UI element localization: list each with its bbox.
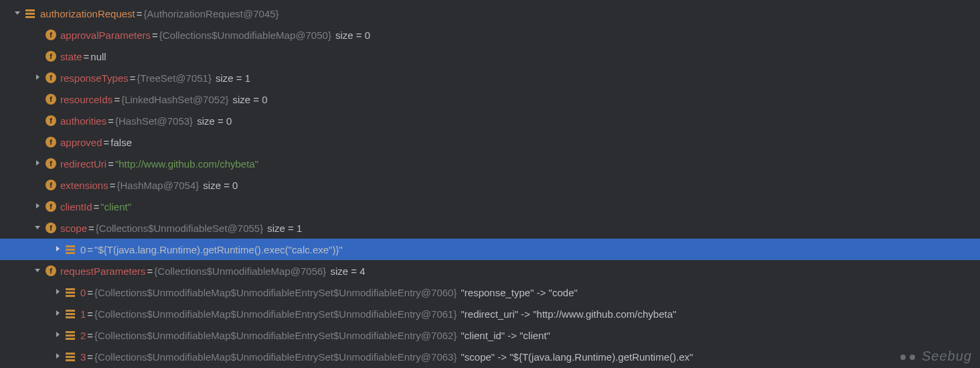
variable-type: {LinkedHashSet@7052} xyxy=(121,94,228,105)
variable-value: null xyxy=(90,51,106,62)
field-icon: f xyxy=(46,72,56,83)
equals-sign: = xyxy=(135,8,144,19)
field-icon: f xyxy=(46,115,56,126)
equals-sign: = xyxy=(102,137,111,148)
field-icon: f xyxy=(46,94,56,105)
variable-name: redirectUri xyxy=(60,158,106,170)
equals-sign: = xyxy=(108,180,117,191)
variable-name: state xyxy=(60,51,82,62)
tree-row-extensions[interactable]: fextensions = {HashMap@7054}size = 0 xyxy=(0,174,980,196)
expand-arrow-icon[interactable] xyxy=(52,288,63,297)
tree-row-rp-entry[interactable]: 0 = {Collections$UnmodifiableMap$Unmodif… xyxy=(0,282,980,303)
variable-size: size = 0 xyxy=(331,29,370,41)
entry-value: "redirect_uri" -> "http://www.github.com… xyxy=(457,308,676,320)
variable-type: {Collections$UnmodifiableMap@7056} xyxy=(154,265,326,277)
variable-type: {HashSet@7053} xyxy=(115,115,193,127)
tree-row-scope-entry[interactable]: 0 = "${T(java.lang.Runtime).getRuntime()… xyxy=(0,239,980,260)
entry-index: 0 xyxy=(80,287,86,298)
variable-name: requestParameters xyxy=(60,265,146,277)
entry-index: 3 xyxy=(80,351,86,363)
tree-row-requestParameters[interactable]: f requestParameters = {Collections$Unmod… xyxy=(0,260,980,282)
field-icon: f xyxy=(46,29,56,40)
tree-row-authorities[interactable]: fauthorities = {HashSet@7053}size = 0 xyxy=(0,110,980,131)
entry-type: {Collections$UnmodifiableMap$Unmodifiabl… xyxy=(94,308,457,320)
equals-sign: = xyxy=(86,244,94,255)
object-icon xyxy=(66,351,76,362)
expand-arrow-icon[interactable] xyxy=(32,159,43,168)
variable-type: {Collections$UnmodifiableMap@7050} xyxy=(159,29,331,41)
variable-name: extensions xyxy=(60,180,108,191)
variable-size: size = 1 xyxy=(212,72,250,84)
tree-row-clientId[interactable]: fclientId = "client" xyxy=(0,196,980,217)
expand-arrow-icon[interactable] xyxy=(12,9,23,18)
debugger-variable-tree[interactable]: authorizationRequest = {AuthorizationReq… xyxy=(0,0,980,367)
entry-index: 2 xyxy=(80,330,86,341)
entry-value: "scope" -> "${T(java.lang.Runtime).getRu… xyxy=(457,351,693,363)
variable-name: authorities xyxy=(60,115,106,127)
variable-size: size = 0 xyxy=(229,94,268,105)
equals-sign: = xyxy=(86,330,94,341)
object-icon xyxy=(66,287,76,298)
object-icon xyxy=(66,308,76,319)
equals-sign: = xyxy=(106,115,115,127)
equals-sign: = xyxy=(151,29,159,41)
tree-row-scope[interactable]: fscope = {Collections$UnmodifiableSet@70… xyxy=(0,217,980,239)
object-icon xyxy=(25,8,36,19)
tree-row-resourceIds[interactable]: fresourceIds = {LinkedHashSet@7052}size … xyxy=(0,88,980,110)
variable-value: "http://www.github.com/chybeta" xyxy=(115,158,258,170)
entry-index: 1 xyxy=(80,308,86,320)
expand-arrow-icon[interactable] xyxy=(32,73,43,82)
expand-arrow-icon[interactable] xyxy=(52,352,63,361)
variable-name: clientId xyxy=(60,201,92,212)
equals-sign: = xyxy=(82,51,91,62)
entry-type: {Collections$UnmodifiableMap$Unmodifiabl… xyxy=(94,330,457,341)
equals-sign: = xyxy=(86,351,94,363)
expand-arrow-icon[interactable] xyxy=(52,245,63,254)
variable-name: authorizationRequest xyxy=(40,8,135,19)
equals-sign: = xyxy=(87,223,96,234)
field-icon: f xyxy=(46,223,56,233)
variable-name: approved xyxy=(60,137,102,148)
equals-sign: = xyxy=(106,158,115,170)
field-icon: f xyxy=(46,180,56,190)
entry-value: "${T(java.lang.Runtime).getRuntime().exe… xyxy=(94,244,343,255)
expand-arrow-icon[interactable] xyxy=(32,223,43,233)
variable-name: responseTypes xyxy=(60,72,129,84)
variable-value: false xyxy=(110,137,132,148)
expand-arrow-icon[interactable] xyxy=(52,330,63,340)
entry-type: {Collections$UnmodifiableMap$Unmodifiabl… xyxy=(94,287,457,298)
variable-name: resourceIds xyxy=(60,94,112,105)
variable-size: size = 1 xyxy=(263,223,302,234)
entry-type: {Collections$UnmodifiableMap$Unmodifiabl… xyxy=(94,351,457,363)
tree-row-redirectUri[interactable]: fredirectUri = "http://www.github.com/ch… xyxy=(0,153,980,174)
tree-row-responseTypes[interactable]: fresponseTypes = {TreeSet@7051}size = 1 xyxy=(0,67,980,88)
expand-arrow-icon[interactable] xyxy=(52,309,63,318)
equals-sign: = xyxy=(129,72,137,84)
variable-value: "client" xyxy=(100,201,131,212)
variable-name: scope xyxy=(60,223,87,234)
tree-row-rp-entry[interactable]: 3 = {Collections$UnmodifiableMap$Unmodif… xyxy=(0,346,980,367)
tree-row-root[interactable]: authorizationRequest = {AuthorizationReq… xyxy=(0,3,980,24)
field-icon: f xyxy=(46,51,56,62)
variable-type: {Collections$UnmodifiableSet@7055} xyxy=(96,223,263,234)
variable-type: {AuthorizationRequest@7045} xyxy=(144,8,279,19)
variable-size: size = 0 xyxy=(193,115,232,127)
variable-type: {TreeSet@7051} xyxy=(137,72,212,84)
variable-name: approvalParameters xyxy=(60,29,151,41)
tree-row-state[interactable]: fstate = null xyxy=(0,46,980,67)
tree-row-rp-entry[interactable]: 1 = {Collections$UnmodifiableMap$Unmodif… xyxy=(0,303,980,324)
tree-row-approvalParameters[interactable]: fapprovalParameters = {Collections$Unmod… xyxy=(0,24,980,46)
entry-value: "client_id" -> "client" xyxy=(457,330,550,341)
tree-row-rp-entry[interactable]: 2 = {Collections$UnmodifiableMap$Unmodif… xyxy=(0,324,980,346)
field-icon: f xyxy=(46,137,56,147)
object-icon xyxy=(66,244,76,255)
tree-row-approved[interactable]: fapproved = false xyxy=(0,131,980,153)
equals-sign: = xyxy=(112,94,121,105)
expand-arrow-icon[interactable] xyxy=(32,202,43,211)
field-icon: f xyxy=(46,158,56,169)
expand-arrow-icon[interactable] xyxy=(32,266,43,275)
equals-sign: = xyxy=(86,287,94,298)
variable-type: {HashMap@7054} xyxy=(116,180,199,191)
entry-index: 0 xyxy=(80,244,86,255)
field-icon: f xyxy=(46,201,56,212)
